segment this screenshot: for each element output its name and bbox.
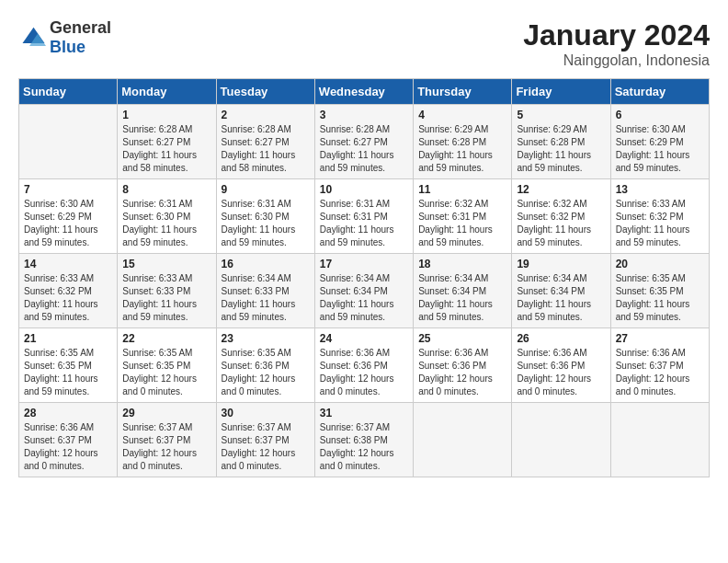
daylight-text: Daylight: 11 hours and 59 minutes.: [418, 224, 493, 247]
sunrise-text: Sunrise: 6:37 AM: [320, 422, 390, 432]
daylight-text: Daylight: 12 hours and 0 minutes.: [122, 373, 197, 396]
daylight-text: Daylight: 11 hours and 59 minutes.: [320, 150, 394, 173]
day-info: Sunrise: 6:30 AMSunset: 6:29 PMDaylight:…: [24, 198, 112, 249]
sunrise-text: Sunrise: 6:34 AM: [222, 273, 291, 283]
sunset-text: Sunset: 6:38 PM: [320, 435, 388, 445]
day-number: 2: [222, 109, 310, 121]
sunrise-text: Sunrise: 6:29 AM: [517, 124, 586, 134]
sunset-text: Sunset: 6:29 PM: [616, 137, 684, 147]
sunset-text: Sunset: 6:29 PM: [24, 212, 92, 222]
calendar-cell: [512, 403, 610, 477]
calendar-cell: 26Sunrise: 6:36 AMSunset: 6:36 PMDayligh…: [512, 328, 610, 403]
daylight-text: Daylight: 12 hours and 0 minutes.: [517, 373, 591, 396]
day-number: 27: [616, 332, 704, 345]
sunrise-text: Sunrise: 6:37 AM: [122, 422, 192, 432]
calendar-cell: 2Sunrise: 6:28 AMSunset: 6:27 PMDaylight…: [216, 105, 314, 179]
sunset-text: Sunset: 6:33 PM: [222, 286, 290, 296]
calendar-week-row: 1Sunrise: 6:28 AMSunset: 6:27 PMDaylight…: [19, 105, 710, 179]
daylight-text: Daylight: 12 hours and 0 minutes.: [616, 373, 690, 396]
calendar-cell: 1Sunrise: 6:28 AMSunset: 6:27 PMDaylight…: [118, 105, 216, 179]
day-info: Sunrise: 6:32 AMSunset: 6:31 PMDaylight:…: [418, 198, 506, 249]
sunrise-text: Sunrise: 6:34 AM: [517, 273, 586, 283]
sunrise-text: Sunrise: 6:37 AM: [222, 422, 291, 432]
calendar-cell: 21Sunrise: 6:35 AMSunset: 6:35 PMDayligh…: [19, 328, 118, 403]
sunset-text: Sunset: 6:35 PM: [24, 361, 92, 371]
sunset-text: Sunset: 6:33 PM: [122, 286, 190, 296]
day-info: Sunrise: 6:31 AMSunset: 6:31 PMDaylight:…: [320, 198, 408, 249]
sunset-text: Sunset: 6:37 PM: [616, 361, 684, 371]
sunset-text: Sunset: 6:35 PM: [616, 286, 684, 296]
calendar-cell: [414, 403, 512, 477]
day-header-sunday: Sunday: [19, 79, 118, 105]
daylight-text: Daylight: 11 hours and 59 minutes.: [517, 150, 591, 173]
day-info: Sunrise: 6:31 AMSunset: 6:30 PMDaylight:…: [222, 198, 310, 249]
daylight-text: Daylight: 11 hours and 59 minutes.: [24, 224, 98, 247]
daylight-text: Daylight: 11 hours and 59 minutes.: [24, 299, 98, 322]
day-number: 3: [320, 109, 408, 121]
calendar-week-row: 28Sunrise: 6:36 AMSunset: 6:37 PMDayligh…: [19, 403, 710, 477]
calendar-week-row: 14Sunrise: 6:33 AMSunset: 6:32 PMDayligh…: [19, 254, 710, 328]
day-number: 25: [418, 332, 506, 345]
day-number: 24: [320, 332, 408, 345]
day-info: Sunrise: 6:35 AMSunset: 6:35 PMDaylight:…: [122, 347, 210, 398]
sunrise-text: Sunrise: 6:36 AM: [24, 422, 94, 432]
sunrise-text: Sunrise: 6:32 AM: [517, 199, 586, 209]
day-info: Sunrise: 6:29 AMSunset: 6:28 PMDaylight:…: [517, 123, 605, 175]
daylight-text: Daylight: 11 hours and 59 minutes.: [418, 299, 493, 322]
day-number: 15: [122, 258, 210, 270]
day-info: Sunrise: 6:32 AMSunset: 6:32 PMDaylight:…: [517, 198, 605, 249]
calendar-cell: [610, 403, 709, 477]
sunset-text: Sunset: 6:27 PM: [122, 137, 190, 147]
day-info: Sunrise: 6:35 AMSunset: 6:35 PMDaylight:…: [616, 272, 704, 324]
calendar-cell: 29Sunrise: 6:37 AMSunset: 6:37 PMDayligh…: [118, 403, 216, 477]
sunrise-text: Sunrise: 6:29 AM: [418, 124, 488, 134]
calendar-table: SundayMondayTuesdayWednesdayThursdayFrid…: [18, 78, 710, 477]
sunrise-text: Sunrise: 6:34 AM: [320, 273, 390, 283]
sunset-text: Sunset: 6:36 PM: [418, 361, 486, 371]
day-info: Sunrise: 6:34 AMSunset: 6:34 PMDaylight:…: [418, 272, 506, 324]
sunrise-text: Sunrise: 6:32 AM: [418, 199, 488, 209]
sunrise-text: Sunrise: 6:30 AM: [24, 199, 94, 209]
daylight-text: Daylight: 12 hours and 0 minutes.: [320, 373, 394, 396]
sunrise-text: Sunrise: 6:31 AM: [320, 199, 390, 209]
calendar-cell: 8Sunrise: 6:31 AMSunset: 6:30 PMDaylight…: [118, 179, 216, 254]
sunset-text: Sunset: 6:36 PM: [320, 361, 388, 371]
daylight-text: Daylight: 12 hours and 0 minutes.: [122, 448, 197, 471]
day-number: 13: [616, 183, 704, 196]
day-number: 20: [616, 258, 704, 270]
day-info: Sunrise: 6:33 AMSunset: 6:32 PMDaylight:…: [24, 272, 112, 324]
calendar-cell: 17Sunrise: 6:34 AMSunset: 6:34 PMDayligh…: [314, 254, 413, 328]
calendar-header-row: SundayMondayTuesdayWednesdayThursdayFrid…: [19, 79, 710, 105]
daylight-text: Daylight: 12 hours and 0 minutes.: [222, 448, 296, 471]
day-number: 28: [24, 407, 112, 419]
sunrise-text: Sunrise: 6:31 AM: [222, 199, 291, 209]
sunset-text: Sunset: 6:36 PM: [222, 361, 290, 371]
day-info: Sunrise: 6:35 AMSunset: 6:35 PMDaylight:…: [24, 347, 112, 398]
sunrise-text: Sunrise: 6:36 AM: [616, 348, 686, 358]
sunrise-text: Sunrise: 6:33 AM: [122, 273, 192, 283]
sunset-text: Sunset: 6:35 PM: [122, 361, 190, 371]
day-info: Sunrise: 6:36 AMSunset: 6:37 PMDaylight:…: [616, 347, 704, 398]
sunset-text: Sunset: 6:30 PM: [122, 212, 190, 222]
day-number: 11: [418, 183, 506, 196]
logo-blue: Blue: [50, 38, 85, 56]
day-header-saturday: Saturday: [610, 79, 709, 105]
day-number: 29: [122, 407, 210, 419]
sunset-text: Sunset: 6:31 PM: [320, 212, 388, 222]
sunrise-text: Sunrise: 6:28 AM: [320, 124, 390, 134]
calendar-cell: 28Sunrise: 6:36 AMSunset: 6:37 PMDayligh…: [19, 403, 118, 477]
day-info: Sunrise: 6:37 AMSunset: 6:37 PMDaylight:…: [122, 421, 210, 473]
day-info: Sunrise: 6:35 AMSunset: 6:36 PMDaylight:…: [222, 347, 310, 398]
day-info: Sunrise: 6:36 AMSunset: 6:36 PMDaylight:…: [517, 347, 605, 398]
day-number: 6: [616, 109, 704, 121]
calendar-week-row: 7Sunrise: 6:30 AMSunset: 6:29 PMDaylight…: [19, 179, 710, 254]
day-info: Sunrise: 6:28 AMSunset: 6:27 PMDaylight:…: [222, 123, 310, 175]
day-number: 19: [517, 258, 605, 270]
calendar-week-row: 21Sunrise: 6:35 AMSunset: 6:35 PMDayligh…: [19, 328, 710, 403]
day-header-wednesday: Wednesday: [314, 79, 413, 105]
calendar-cell: 23Sunrise: 6:35 AMSunset: 6:36 PMDayligh…: [216, 328, 314, 403]
daylight-text: Daylight: 11 hours and 59 minutes.: [616, 299, 690, 322]
calendar-cell: 14Sunrise: 6:33 AMSunset: 6:32 PMDayligh…: [19, 254, 118, 328]
daylight-text: Daylight: 11 hours and 59 minutes.: [418, 150, 493, 173]
sunset-text: Sunset: 6:28 PM: [517, 137, 585, 147]
